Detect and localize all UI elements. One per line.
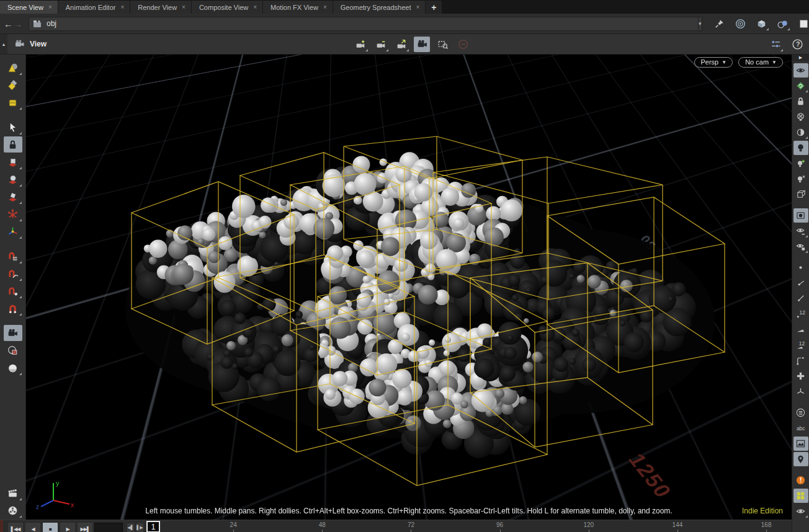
transform-tool[interactable] xyxy=(4,206,22,222)
axis-gizmo: y x z xyxy=(32,477,76,511)
camera-menu[interactable]: No cam ▼ xyxy=(738,57,783,68)
snapshot-tool[interactable] xyxy=(4,485,22,501)
shading-preset-button[interactable] xyxy=(775,16,790,31)
display-point-trails-toggle[interactable] xyxy=(793,291,808,306)
playhead-marker[interactable]: 1 xyxy=(146,521,160,532)
shading-mode-button[interactable] xyxy=(793,208,808,223)
display-objects-toggle[interactable] xyxy=(793,63,808,78)
snap-toggle[interactable] xyxy=(4,300,22,316)
toolbar-stow-handle[interactable]: ▲ xyxy=(0,34,7,54)
display-options-button[interactable] xyxy=(767,37,784,52)
view-state-label[interactable]: View xyxy=(14,38,47,50)
camera-label: No cam xyxy=(745,58,769,66)
rotate-tool[interactable] xyxy=(4,171,22,187)
hq-lighting-toggle[interactable] xyxy=(793,156,808,171)
display-guides-toggle[interactable] xyxy=(793,369,808,383)
tab-geometry-spreadsheet[interactable]: Geometry Spreadsheet× xyxy=(333,1,426,14)
display-prim-numbers-toggle[interactable]: 12 xyxy=(793,338,808,352)
tab-animation-editor[interactable]: Animation Editor× xyxy=(58,1,131,14)
display-profiles-toggle[interactable] xyxy=(793,353,808,368)
show-components-icon[interactable] xyxy=(4,77,22,93)
viewport-3d[interactable]: 1250 1250 Persp ▼ No cam ▼ y x z Left mo… xyxy=(26,55,792,520)
projection-menu[interactable]: Persp ▼ xyxy=(694,57,733,68)
maximize-pane-button[interactable] xyxy=(797,16,809,31)
svg-text:abc: abc xyxy=(797,425,805,432)
display-bar-stow-handle[interactable]: ▶ xyxy=(792,55,809,61)
shade-tool[interactable] xyxy=(4,360,22,376)
svg-text:y: y xyxy=(56,479,60,487)
nav-back-button[interactable]: ← xyxy=(4,17,13,30)
view-mode-button[interactable] xyxy=(414,37,430,52)
help-button[interactable]: ? xyxy=(789,37,805,52)
display-axis-toggle[interactable] xyxy=(793,384,808,399)
tab-composite-view[interactable]: Composite View× xyxy=(192,1,263,14)
display-prim-normals-toggle[interactable] xyxy=(793,322,808,337)
view-zoom-in-button[interactable] xyxy=(352,37,369,52)
svg-text:12: 12 xyxy=(800,309,806,316)
tab-label: Geometry Spreadsheet xyxy=(341,4,411,11)
tab-close-icon[interactable]: × xyxy=(48,4,52,11)
lock-camera-toggle[interactable] xyxy=(793,94,808,109)
normal-lighting-toggle[interactable] xyxy=(793,141,808,155)
select-tool[interactable] xyxy=(4,119,22,135)
display-point-normals-toggle[interactable] xyxy=(793,276,808,290)
hide-other-objects-toggle[interactable] xyxy=(793,239,808,254)
auto-update-toggle[interactable] xyxy=(793,79,808,93)
view-tool[interactable] xyxy=(4,325,22,341)
network-path-input[interactable]: obj xyxy=(29,17,699,31)
translate-tool[interactable] xyxy=(4,154,22,170)
show-dynamics-icon[interactable] xyxy=(4,94,22,110)
chevron-down-icon: ▼ xyxy=(722,60,726,65)
background-image-toggle[interactable] xyxy=(793,437,808,451)
display-point-numbers-toggle[interactable]: 12 xyxy=(793,307,808,321)
tab-close-icon[interactable]: × xyxy=(182,4,185,11)
frame-tick-mark xyxy=(322,530,323,532)
display-attribute-text-toggle[interactable]: abc xyxy=(793,421,808,435)
visualizers-button[interactable] xyxy=(793,504,808,518)
display-points-toggle[interactable] xyxy=(793,260,808,275)
pin-pane-button[interactable] xyxy=(712,16,727,31)
group-list-toggle[interactable] xyxy=(793,406,808,420)
scale-tool[interactable] xyxy=(4,188,22,205)
ghost-objects-toggle[interactable] xyxy=(793,224,808,238)
tab-render-view[interactable]: Render View× xyxy=(130,1,192,14)
frame-tick-label: 72 xyxy=(408,521,414,528)
snap-point-toggle[interactable] xyxy=(4,283,22,299)
tab-close-icon[interactable]: × xyxy=(323,4,327,11)
no-lighting-toggle[interactable] xyxy=(793,110,808,124)
show-geometry-icon[interactable] xyxy=(4,60,22,76)
camera-gizmo-toggle[interactable] xyxy=(793,452,808,466)
view-box-zoom-button[interactable] xyxy=(434,37,450,52)
obj-context-icon xyxy=(32,18,43,29)
handles-tool[interactable] xyxy=(4,223,22,239)
view-zoom-out-button[interactable] xyxy=(373,37,389,52)
viewport-layout-button[interactable] xyxy=(754,16,769,31)
snap-grid-toggle[interactable] xyxy=(4,248,22,264)
frame-tick-mark xyxy=(233,530,234,532)
frame-tick-label: 120 xyxy=(583,521,594,528)
svg-text:?: ? xyxy=(795,40,799,48)
secure-selection-toggle[interactable] xyxy=(4,136,22,153)
new-tab-button[interactable]: + xyxy=(426,1,442,14)
headlight-toggle[interactable] xyxy=(793,125,808,140)
svg-text:!: ! xyxy=(800,477,802,484)
tab-motion-fx-view[interactable]: Motion FX View× xyxy=(263,1,333,14)
tab-close-icon[interactable]: × xyxy=(416,4,419,11)
view-camera-icon xyxy=(14,38,26,50)
tab-scene-view[interactable]: Scene View× xyxy=(0,1,58,14)
shadow-lighting-toggle[interactable] xyxy=(793,172,808,186)
view-frame-button[interactable] xyxy=(393,37,409,52)
render-region-tool[interactable] xyxy=(4,342,22,358)
path-history-dropdown[interactable]: ▾ xyxy=(699,17,702,31)
timeline-ruler[interactable]: 24487296120144168 xyxy=(0,520,792,532)
chevron-down-icon: ▼ xyxy=(772,60,777,65)
radial-menu-button[interactable] xyxy=(733,16,748,31)
snapshot-compare-toggle[interactable] xyxy=(793,489,808,503)
viewport-warning-indicator[interactable]: ! xyxy=(793,473,808,487)
flipbook-tool[interactable] xyxy=(4,502,22,518)
tab-close-icon[interactable]: × xyxy=(120,4,124,11)
snap-curve-toggle[interactable] xyxy=(4,265,22,282)
tab-close-icon[interactable]: × xyxy=(253,4,257,11)
hdr-render-toggle[interactable] xyxy=(793,187,808,202)
view-toolbar-right: ? xyxy=(767,37,805,52)
